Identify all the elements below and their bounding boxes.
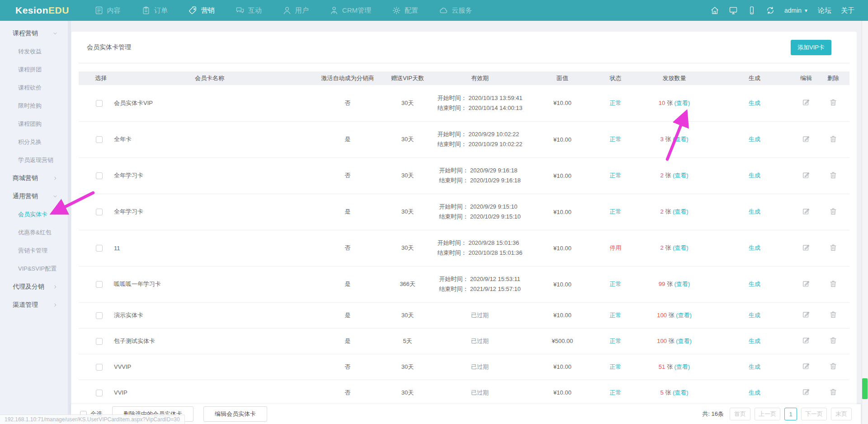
home-icon[interactable] bbox=[710, 6, 719, 15]
crm-icon bbox=[330, 6, 339, 15]
generate-link[interactable]: 生成 bbox=[749, 312, 760, 319]
view-link[interactable]: (查看) bbox=[676, 338, 692, 344]
sidebar-item-商城营销[interactable]: 商城营销 bbox=[0, 169, 68, 187]
row-checkbox[interactable] bbox=[96, 281, 103, 288]
page-button-末页[interactable]: 末页 bbox=[831, 408, 852, 420]
row-checkbox[interactable] bbox=[96, 364, 103, 371]
trash-icon[interactable] bbox=[829, 362, 837, 370]
page-button-首页[interactable]: 首页 bbox=[730, 408, 750, 420]
edit-icon[interactable] bbox=[802, 98, 810, 106]
auto-distributor: 是 bbox=[311, 302, 384, 328]
refresh-icon[interactable] bbox=[766, 6, 775, 15]
trash-icon[interactable] bbox=[829, 336, 837, 344]
row-checkbox[interactable] bbox=[96, 100, 103, 107]
row-checkbox[interactable] bbox=[96, 172, 103, 179]
page-scrollbar[interactable] bbox=[862, 21, 868, 424]
edit-icon[interactable] bbox=[802, 336, 810, 344]
view-link[interactable]: (查看) bbox=[675, 363, 690, 370]
topbar-right: admin▼ 论坛 关于 bbox=[710, 6, 868, 15]
edit-icon[interactable] bbox=[802, 171, 810, 179]
trash-icon[interactable] bbox=[829, 388, 837, 396]
sidebar-item-label: 积分兑换 bbox=[18, 138, 42, 146]
sidebar-item-课程砍价[interactable]: 课程砍价 bbox=[0, 79, 68, 97]
view-link[interactable]: (查看) bbox=[673, 172, 689, 179]
sidebar-item-课程团购[interactable]: 课程团购 bbox=[0, 115, 68, 133]
view-link[interactable]: (查看) bbox=[675, 100, 690, 106]
row-checkbox[interactable] bbox=[96, 390, 103, 396]
sidebar-item-label: 营销卡管理 bbox=[18, 247, 47, 255]
page-button-上一页[interactable]: 上一页 bbox=[755, 408, 780, 420]
view-link[interactable]: (查看) bbox=[675, 281, 690, 287]
card-name: 演示实体卡 bbox=[108, 302, 311, 328]
edit-icon[interactable] bbox=[802, 310, 810, 319]
clipboard-icon bbox=[142, 6, 151, 15]
sidebar-item-转发收益[interactable]: 转发收益 bbox=[0, 43, 68, 61]
top-menu-item[interactable]: CRM管理 bbox=[330, 6, 371, 15]
edit-icon[interactable] bbox=[802, 207, 810, 215]
generate-link[interactable]: 生成 bbox=[749, 208, 760, 215]
page-scrollbar-thumb[interactable] bbox=[862, 378, 868, 399]
top-menu-label: 云服务 bbox=[452, 6, 472, 15]
trash-icon[interactable] bbox=[829, 135, 837, 143]
sidebar-item-VIP&SVIP配置[interactable]: VIP&SVIP配置 bbox=[0, 260, 68, 278]
top-menu-item[interactable]: 互动 bbox=[236, 6, 262, 15]
sidebar-item-积分兑换[interactable]: 积分兑换 bbox=[0, 133, 68, 151]
row-checkbox[interactable] bbox=[96, 209, 103, 215]
trash-icon[interactable] bbox=[829, 310, 837, 319]
top-menu-item[interactable]: 用户 bbox=[283, 6, 309, 15]
generate-link[interactable]: 生成 bbox=[749, 244, 760, 251]
top-menu-item[interactable]: 订单 bbox=[142, 6, 168, 15]
row-checkbox[interactable] bbox=[96, 338, 103, 345]
monitor-icon[interactable] bbox=[729, 6, 738, 15]
sidebar-item-渠道管理[interactable]: 渠道管理 bbox=[0, 296, 68, 314]
top-menu-item[interactable]: 营销 bbox=[189, 6, 215, 15]
sidebar-item-课程拼团[interactable]: 课程拼团 bbox=[0, 61, 68, 79]
view-link[interactable]: (查看) bbox=[673, 136, 689, 143]
forum-link[interactable]: 论坛 bbox=[818, 6, 831, 15]
sidebar-item-通用营销[interactable]: 通用营销 bbox=[0, 187, 68, 205]
edit-icon[interactable] bbox=[802, 388, 810, 396]
edit-icon[interactable] bbox=[802, 280, 810, 288]
trash-icon[interactable] bbox=[829, 98, 837, 106]
sidebar-item-会员实体卡[interactable]: 会员实体卡 bbox=[0, 205, 68, 224]
sidebar-item-限时抢购[interactable]: 限时抢购 bbox=[0, 97, 68, 115]
sidebar-scrollbar[interactable] bbox=[68, 21, 71, 424]
add-vip-card-button[interactable]: 添加VIP卡 bbox=[791, 40, 831, 55]
sidebar-item-课程营销[interactable]: 课程营销 bbox=[0, 24, 68, 43]
generate-link[interactable]: 生成 bbox=[749, 136, 760, 143]
row-checkbox[interactable] bbox=[96, 245, 103, 252]
edit-icon[interactable] bbox=[802, 243, 810, 252]
row-checkbox[interactable] bbox=[96, 136, 103, 143]
top-menu-item[interactable]: 内容 bbox=[94, 6, 121, 15]
mobile-icon[interactable] bbox=[747, 6, 756, 15]
sidebar-item-营销卡管理[interactable]: 营销卡管理 bbox=[0, 242, 68, 260]
sidebar-item-代理及分销[interactable]: 代理及分销 bbox=[0, 278, 68, 296]
generate-link[interactable]: 生成 bbox=[749, 281, 760, 287]
sidebar-item-优惠券&红包[interactable]: 优惠券&红包 bbox=[0, 224, 68, 242]
row-checkbox[interactable] bbox=[96, 312, 103, 319]
view-link[interactable]: (查看) bbox=[673, 208, 689, 215]
generate-link[interactable]: 生成 bbox=[749, 338, 760, 344]
admin-dropdown[interactable]: admin▼ bbox=[784, 7, 808, 14]
trash-icon[interactable] bbox=[829, 207, 837, 215]
generate-link[interactable]: 生成 bbox=[749, 389, 760, 396]
view-link[interactable]: (查看) bbox=[676, 312, 692, 319]
top-menu-item[interactable]: 配置 bbox=[392, 6, 418, 15]
edit-icon[interactable] bbox=[802, 135, 810, 143]
edit-card-button[interactable]: 编辑会员实体卡 bbox=[203, 406, 267, 422]
generate-link[interactable]: 生成 bbox=[749, 172, 760, 179]
about-link[interactable]: 关于 bbox=[841, 6, 854, 15]
view-link[interactable]: (查看) bbox=[673, 244, 689, 251]
page-button-1[interactable]: 1 bbox=[784, 408, 797, 420]
top-menu-item[interactable]: 云服务 bbox=[439, 6, 472, 15]
view-link[interactable]: (查看) bbox=[673, 389, 689, 396]
generate-link[interactable]: 生成 bbox=[749, 100, 760, 106]
page-button-下一页[interactable]: 下一页 bbox=[801, 408, 827, 420]
trash-icon[interactable] bbox=[829, 280, 837, 288]
generate-link[interactable]: 生成 bbox=[749, 363, 760, 370]
trash-icon[interactable] bbox=[829, 243, 837, 252]
edit-icon[interactable] bbox=[802, 362, 810, 370]
sidebar-item-学员返现营销[interactable]: 学员返现营销 bbox=[0, 151, 68, 169]
issued-count: 5 bbox=[660, 389, 663, 396]
trash-icon[interactable] bbox=[829, 171, 837, 179]
